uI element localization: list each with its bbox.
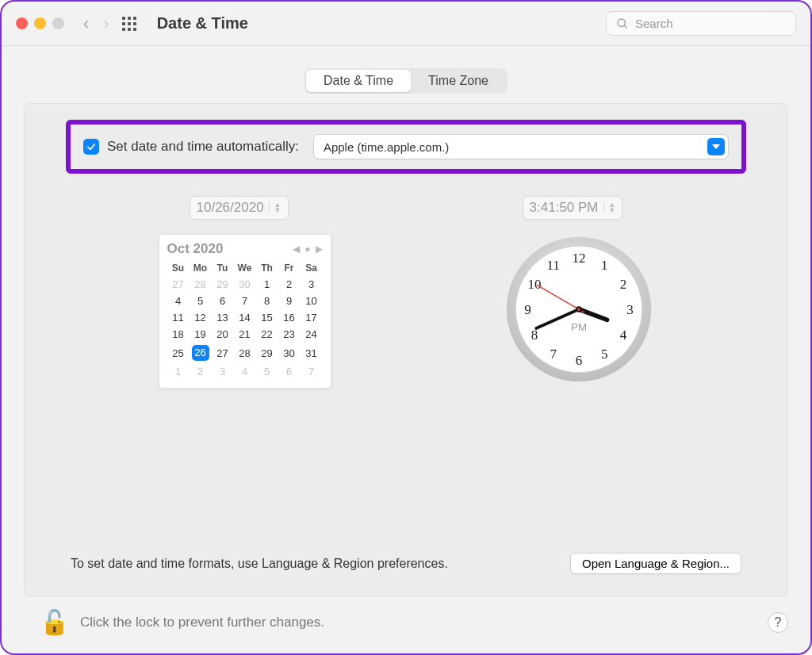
svg-line-1 xyxy=(624,25,626,28)
svg-text:1: 1 xyxy=(601,258,608,273)
content-pane: Set date and time automatically: Apple (… xyxy=(24,103,788,597)
time-server-combo[interactable]: Apple (time.apple.com.) xyxy=(313,134,729,159)
analog-clock: 121234567891011 PM xyxy=(504,234,654,385)
show-all-icon[interactable] xyxy=(122,17,136,31)
calendar-day[interactable]: 30 xyxy=(234,276,256,293)
auto-set-checkbox[interactable] xyxy=(83,139,99,155)
calendar[interactable]: Oct 2020 ◀ ● ▶ SuMoTuWeThFrSa 2728293012… xyxy=(159,234,331,389)
calendar-day[interactable]: 1 xyxy=(256,276,278,293)
calendar-day[interactable]: 30 xyxy=(278,343,301,363)
search-icon xyxy=(616,17,629,30)
time-value: 3:41:50 PM xyxy=(530,200,599,216)
calendar-day[interactable]: 6 xyxy=(278,363,301,380)
svg-text:9: 9 xyxy=(524,302,531,317)
calendar-day[interactable]: 5 xyxy=(190,293,212,309)
calendar-day[interactable]: 17 xyxy=(301,309,323,326)
time-stepper-icon[interactable]: ▲▼ xyxy=(603,202,616,213)
svg-point-22 xyxy=(577,308,580,311)
svg-text:12: 12 xyxy=(572,251,585,266)
calendar-day[interactable]: 9 xyxy=(278,293,301,309)
calendar-day[interactable]: 18 xyxy=(167,326,190,343)
calendar-day[interactable]: 8 xyxy=(256,293,278,309)
svg-text:6: 6 xyxy=(575,353,582,368)
window-title: Date & Time xyxy=(157,14,248,33)
lock-icon[interactable]: 🔓 xyxy=(40,608,69,636)
traffic-lights xyxy=(16,17,64,29)
lock-hint-text: Click the lock to prevent further change… xyxy=(80,615,324,630)
calendar-day[interactable]: 6 xyxy=(212,293,234,309)
minimize-window-button[interactable] xyxy=(34,17,46,29)
svg-text:3: 3 xyxy=(626,302,634,317)
calendar-today-icon[interactable]: ● xyxy=(304,243,310,255)
calendar-prev-icon[interactable]: ◀ xyxy=(293,243,300,255)
svg-text:5: 5 xyxy=(601,347,608,362)
time-server-value: Apple (time.apple.com.) xyxy=(324,140,449,154)
auto-time-row-highlight: Set date and time automatically: Apple (… xyxy=(66,120,746,174)
svg-text:4: 4 xyxy=(619,328,626,343)
calendar-day[interactable]: 29 xyxy=(256,343,278,363)
open-language-region-button[interactable]: Open Language & Region... xyxy=(570,553,741,574)
calendar-day[interactable]: 10 xyxy=(301,293,323,309)
format-hint-text: To set date and time formats, use Langua… xyxy=(71,557,448,571)
calendar-day[interactable]: 21 xyxy=(234,326,256,343)
help-button[interactable]: ? xyxy=(768,612,788,633)
calendar-month-label: Oct 2020 xyxy=(167,241,224,257)
tab-bar: Date & Time Time Zone xyxy=(2,68,810,94)
close-window-button[interactable] xyxy=(16,17,28,29)
svg-text:7: 7 xyxy=(550,347,557,362)
time-field[interactable]: 3:41:50 PM ▲▼ xyxy=(523,196,623,220)
svg-text:10: 10 xyxy=(527,277,541,292)
calendar-day[interactable]: 22 xyxy=(256,326,278,343)
auto-set-label: Set date and time automatically: xyxy=(107,139,299,155)
calendar-day[interactable]: 14 xyxy=(234,309,256,326)
svg-point-0 xyxy=(618,19,625,26)
calendar-next-icon[interactable]: ▶ xyxy=(316,243,323,255)
calendar-day[interactable]: 7 xyxy=(301,363,323,380)
date-stepper-icon[interactable]: ▲▼ xyxy=(269,202,282,213)
titlebar: ‹ › Date & Time Search xyxy=(2,2,810,46)
calendar-day[interactable]: 3 xyxy=(301,276,323,293)
date-field[interactable]: 10/26/2020 ▲▼ xyxy=(190,196,289,220)
tab-date-time[interactable]: Date & Time xyxy=(306,70,411,92)
chevron-down-icon[interactable] xyxy=(707,138,725,155)
svg-marker-2 xyxy=(712,144,720,149)
svg-text:PM: PM xyxy=(571,321,587,333)
calendar-day[interactable]: 27 xyxy=(167,276,190,293)
clock-face-icon: 121234567891011 PM xyxy=(504,234,654,385)
calendar-day[interactable]: 25 xyxy=(167,343,190,363)
calendar-day[interactable]: 5 xyxy=(256,363,278,380)
calendar-day[interactable]: 16 xyxy=(278,309,301,326)
calendar-day[interactable]: 19 xyxy=(190,326,212,343)
calendar-day[interactable]: 2 xyxy=(278,276,301,293)
zoom-window-button xyxy=(52,17,64,29)
calendar-day[interactable]: 20 xyxy=(212,326,234,343)
calendar-day[interactable]: 1 xyxy=(167,363,190,380)
calendar-day[interactable]: 4 xyxy=(167,293,190,309)
calendar-day[interactable]: 7 xyxy=(234,293,256,309)
calendar-day[interactable]: 23 xyxy=(278,326,301,343)
svg-text:11: 11 xyxy=(546,258,559,273)
search-placeholder: Search xyxy=(635,17,673,30)
back-button[interactable]: ‹ xyxy=(83,13,89,34)
calendar-day[interactable]: 28 xyxy=(234,343,256,363)
calendar-day[interactable]: 3 xyxy=(212,363,234,380)
calendar-day[interactable]: 12 xyxy=(190,309,212,326)
calendar-day[interactable]: 2 xyxy=(190,363,212,380)
calendar-day[interactable]: 24 xyxy=(301,326,323,343)
calendar-day[interactable]: 29 xyxy=(212,276,234,293)
forward-button[interactable]: › xyxy=(103,13,109,34)
calendar-day[interactable]: 31 xyxy=(301,343,323,363)
calendar-nav: ◀ ● ▶ xyxy=(293,243,322,255)
tab-time-zone[interactable]: Time Zone xyxy=(411,70,506,92)
svg-text:2: 2 xyxy=(619,277,626,292)
calendar-grid: SuMoTuWeThFrSa 2728293012345678910111213… xyxy=(167,260,323,380)
calendar-day[interactable]: 4 xyxy=(234,363,256,380)
search-input[interactable]: Search xyxy=(606,11,796,36)
calendar-day[interactable]: 28 xyxy=(190,276,212,293)
calendar-day[interactable]: 13 xyxy=(212,309,234,326)
calendar-day[interactable]: 11 xyxy=(167,309,190,326)
calendar-day[interactable]: 15 xyxy=(256,309,278,326)
date-value: 10/26/2020 xyxy=(197,200,264,216)
calendar-day[interactable]: 27 xyxy=(212,343,234,363)
calendar-day[interactable]: 26 xyxy=(190,343,212,363)
